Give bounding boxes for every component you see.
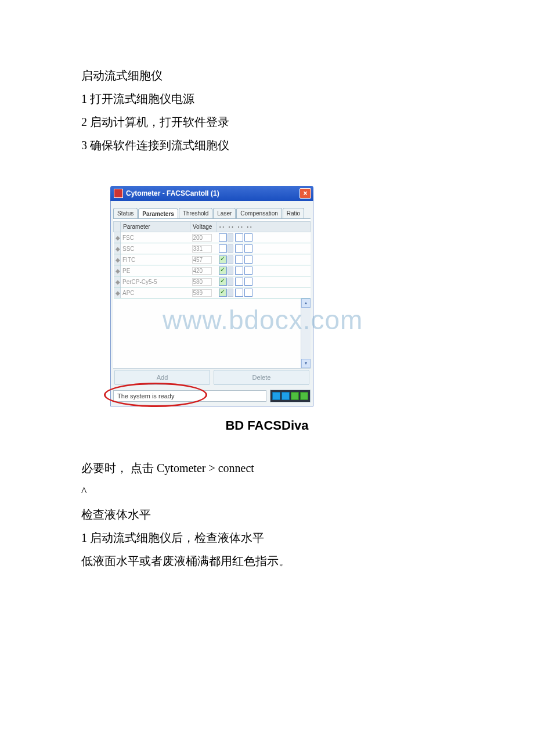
tab-parameters[interactable]: Parameters: [138, 208, 178, 218]
table-row[interactable]: ◆SSC: [114, 243, 311, 254]
param-name: SSC: [121, 243, 190, 254]
param-flags: [217, 265, 311, 276]
doc-line: 启动流式细胞仪: [81, 64, 453, 87]
delete-button[interactable]: Delete: [214, 370, 309, 385]
log-checkbox[interactable]: [219, 233, 227, 242]
add-button[interactable]: Add: [114, 370, 210, 385]
flag-checkbox[interactable]: [244, 289, 252, 297]
voltage-input[interactable]: [192, 267, 212, 275]
param-name: FSC: [121, 232, 190, 243]
param-flags: [217, 276, 311, 287]
led-strip: [270, 390, 311, 402]
parameters-panel: Parameter Voltage •• •• •• •• ◆FSC◆SSC◆F…: [113, 218, 311, 369]
scroll-down-icon[interactable]: ▾: [301, 359, 311, 368]
flag-checkbox[interactable]: [244, 278, 252, 286]
parameter-table: Parameter Voltage •• •• •• •• ◆FSC◆SSC◆F…: [113, 221, 311, 298]
flag-dropdown-icon[interactable]: [228, 255, 233, 264]
flag-checkbox[interactable]: [235, 267, 243, 275]
table-row[interactable]: ◆PerCP-Cy5-5: [114, 276, 311, 287]
scrollbar[interactable]: ▴ ▾: [301, 298, 311, 368]
status-led: [300, 392, 308, 400]
param-name: FITC: [121, 254, 190, 265]
doc-line: 2 启动计算机，打开软件登录: [81, 110, 453, 134]
col-flags: •• •• •• ••: [217, 222, 311, 232]
flag-checkbox[interactable]: [244, 255, 252, 264]
status-led: [291, 392, 299, 400]
status-text: The system is ready: [113, 390, 266, 402]
tab-status[interactable]: Status: [113, 208, 138, 218]
tab-laser[interactable]: Laser: [213, 208, 236, 218]
close-icon[interactable]: ×: [300, 188, 311, 199]
flag-checkbox[interactable]: [235, 289, 243, 297]
tab-strip: Status Parameters Threshold Laser Compen…: [111, 201, 313, 218]
log-checkbox[interactable]: [219, 255, 227, 264]
voltage-input[interactable]: [192, 289, 212, 297]
flag-checkbox[interactable]: [235, 244, 243, 253]
app-icon: [114, 189, 123, 198]
flag-checkbox[interactable]: [235, 233, 243, 242]
status-led: [272, 392, 280, 400]
scroll-up-icon[interactable]: ▴: [301, 298, 311, 308]
tab-compensation[interactable]: Compensation: [236, 208, 282, 218]
doc-line: 3 确保软件连接到流式细胞仪: [81, 134, 453, 157]
voltage-input[interactable]: [192, 234, 212, 242]
row-handle-icon[interactable]: ◆: [114, 276, 121, 287]
row-handle-icon[interactable]: ◆: [114, 232, 121, 243]
flag-dropdown-icon[interactable]: [228, 233, 233, 242]
param-flags: [217, 287, 311, 298]
doc-line: ^: [81, 480, 453, 503]
cytometer-window: Cytometer - FACSCantoII (1) × Status Par…: [110, 186, 313, 406]
col-parameter: Parameter: [121, 222, 190, 232]
param-flags: [217, 243, 311, 254]
row-handle-icon[interactable]: ◆: [114, 287, 121, 298]
flag-checkbox[interactable]: [235, 278, 243, 286]
flag-dropdown-icon[interactable]: [228, 289, 233, 297]
param-flags: [217, 232, 311, 243]
table-row[interactable]: ◆APC: [114, 287, 311, 298]
flag-checkbox[interactable]: [244, 267, 252, 275]
table-row[interactable]: ◆FSC: [114, 232, 311, 243]
row-handle-icon[interactable]: ◆: [114, 265, 121, 276]
table-empty-area: ▴ ▾: [113, 298, 311, 369]
param-flags: [217, 254, 311, 265]
voltage-input[interactable]: [192, 245, 212, 253]
status-led: [282, 392, 290, 400]
table-row[interactable]: ◆FITC: [114, 254, 311, 265]
col-voltage: Voltage: [190, 222, 217, 232]
tab-threshold[interactable]: Threshold: [179, 208, 212, 218]
row-handle-icon[interactable]: ◆: [114, 243, 121, 254]
flag-dropdown-icon[interactable]: [228, 244, 233, 253]
flag-dropdown-icon[interactable]: [228, 267, 233, 275]
tab-ratio[interactable]: Ratio: [283, 208, 304, 218]
voltage-input[interactable]: [192, 256, 212, 264]
flag-checkbox[interactable]: [244, 233, 252, 242]
figure-caption: BD FACSDiva: [81, 418, 453, 433]
window-title: Cytometer - FACSCantoII (1): [126, 189, 219, 197]
flag-dropdown-icon[interactable]: [228, 278, 233, 286]
table-row[interactable]: ◆PE: [114, 265, 311, 276]
row-handle-icon[interactable]: ◆: [114, 254, 121, 265]
doc-line: 1 启动流式细胞仪后，检查液体水平: [81, 526, 453, 549]
doc-line: 必要时， 点击 Cytometer > connect: [81, 456, 453, 480]
flag-checkbox[interactable]: [235, 255, 243, 264]
window-titlebar[interactable]: Cytometer - FACSCantoII (1) ×: [110, 186, 313, 201]
param-name: PerCP-Cy5-5: [121, 276, 190, 287]
param-name: PE: [121, 265, 190, 276]
log-checkbox[interactable]: [219, 289, 227, 297]
doc-line: 1 打开流式细胞仪电源: [81, 87, 453, 110]
log-checkbox[interactable]: [219, 244, 227, 253]
param-name: APC: [121, 287, 190, 298]
log-checkbox[interactable]: [219, 278, 227, 286]
flag-checkbox[interactable]: [244, 244, 252, 253]
doc-line: 检查液体水平: [81, 503, 453, 526]
doc-line: 低液面水平或者废液桶满都用红色指示。: [81, 549, 453, 573]
voltage-input[interactable]: [192, 278, 212, 286]
log-checkbox[interactable]: [219, 267, 227, 275]
